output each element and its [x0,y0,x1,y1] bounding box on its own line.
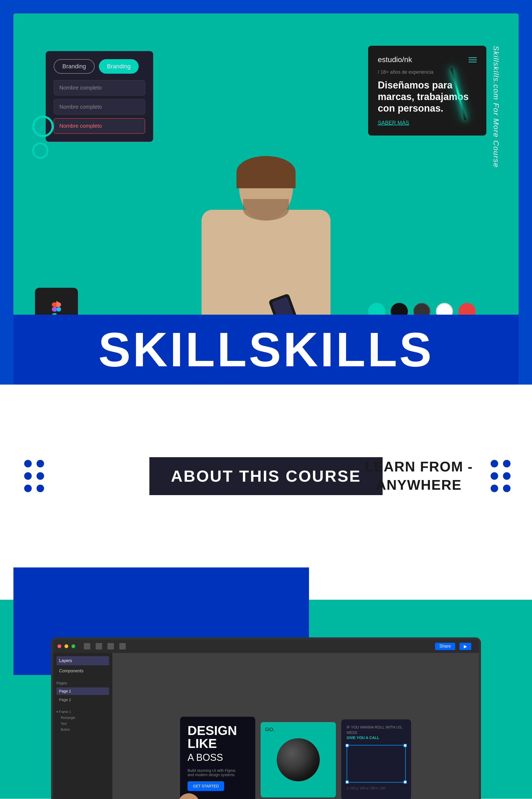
tool-4[interactable] [119,643,126,650]
canvas-sphere [277,738,320,781]
dot-3 [24,472,32,480]
hamburger-line-3 [469,61,477,62]
circle-ring-small [32,143,49,159]
hamburger-icon[interactable] [469,57,477,62]
hamburger-line-1 [469,57,477,58]
dot-r3 [491,472,498,480]
tool-1[interactable] [84,643,90,650]
sidebar-elements: ▾ Frame 1 Rectangle Text Button [56,709,109,732]
figma-toolbar: Share ▶ [53,639,479,653]
hamburger-line-2 [469,59,477,60]
selection-box [347,745,406,783]
dot-4 [37,472,44,480]
page-2[interactable]: Page 2 [56,696,109,704]
studio-cta-link[interactable]: SABER MÁS [378,120,477,126]
sidebar-components[interactable]: Components [56,667,109,675]
bottom-section: Share ▶ Layers Components Pages Page 1 P… [0,567,532,799]
selection-handle-tl [345,744,349,747]
skillskills-banner: SKILLSKILLS [14,315,518,385]
person-beard [243,199,289,220]
toolbar-dot-2 [64,644,68,648]
tool-2[interactable] [96,643,102,650]
person-hair [236,156,296,188]
layer-item-3[interactable]: Text [56,721,109,727]
dot-r5 [491,485,498,492]
pages-label: Pages [56,681,109,685]
toolbar-dot-1 [57,644,61,648]
dot-1 [24,460,32,467]
name-input-2[interactable]: Nombre completo [54,99,145,114]
branding-card: Branding Branding Nombre completo Nombre… [46,51,153,142]
learn-from-text: LEARN FROM -ANYWHERE [365,458,473,494]
studio-logo: estudio/nk [378,55,412,64]
toolbar-right: Share ▶ [435,643,475,650]
toolbar-dot-3 [72,644,75,648]
branding-button-outline[interactable]: Branding [54,59,95,74]
finger-tip [177,793,201,799]
studio-card: estudio/nk / 18+ años de experiencia Dis… [368,46,486,135]
canvas-coordinates: x: 240 y: 180 w: 280 h: 140 [347,786,406,790]
middle-section: ABOUT THIS COURSE LEARN FROM -ANYWHERE [0,385,532,567]
branding-button-filled[interactable]: Branding [99,59,139,74]
layer-item-4[interactable]: Button [56,727,109,732]
dot-5 [24,485,32,492]
dots-decoration-left [24,460,44,492]
skillskills-title: SKILLSKILLS [14,325,518,374]
studio-tagline: / 18+ años de experiencia [378,69,477,75]
present-button[interactable]: ▶ [459,643,471,650]
canvas-right-text: IF YOU WANNA ROLL WITH US, MESSGIVE YOU … [347,725,406,741]
sidebar-pages: Pages Page 1 Page 2 [56,681,109,704]
dot-2 [37,460,44,467]
hero-inner: Skillskills.com For More Course Branding… [14,14,518,385]
branding-card-area: Branding Branding Nombre completo Nombre… [46,51,153,142]
hero-section: Skillskills.com For More Course Branding… [0,0,532,385]
go-label: GO. [265,726,275,732]
name-input-1[interactable]: Nombre completo [54,80,145,95]
page-1[interactable]: Page 1 [56,687,109,695]
dot-r4 [503,472,511,480]
site-tagline: Skillskills.com For More Course [492,46,500,168]
canvas-teal-card: GO. [261,722,336,797]
selection-handle-br [403,780,407,784]
selection-handle-bl [345,780,349,784]
layer-item-1[interactable]: ▾ Frame 1 [56,709,109,715]
about-course-badge: ABOUT THIS COURSE [149,457,383,495]
dot-r1 [491,460,498,467]
toolbar-tools [78,643,432,650]
selection-handle-tr [403,744,407,747]
branding-buttons: Branding Branding [54,59,145,74]
dot-r2 [503,460,511,467]
tool-3[interactable] [108,643,114,650]
sidebar-layers[interactable]: Layers [56,656,109,665]
decorative-circles [32,116,54,159]
circle-ring-large [32,116,54,137]
dot-6 [37,485,44,492]
hands-overlay [14,734,228,799]
layer-item-2[interactable]: Rectangle [56,715,109,721]
laptop-area: Share ▶ Layers Components Pages Page 1 P… [0,567,532,799]
dots-decoration-right [491,460,511,492]
studio-header: estudio/nk [378,55,477,64]
share-button[interactable]: Share [435,643,455,650]
name-input-3[interactable]: Nombre completo [54,118,145,134]
canvas-right-card: IF YOU WANNA ROLL WITH US, MESSGIVE YOU … [341,720,411,799]
dot-r6 [503,485,511,492]
